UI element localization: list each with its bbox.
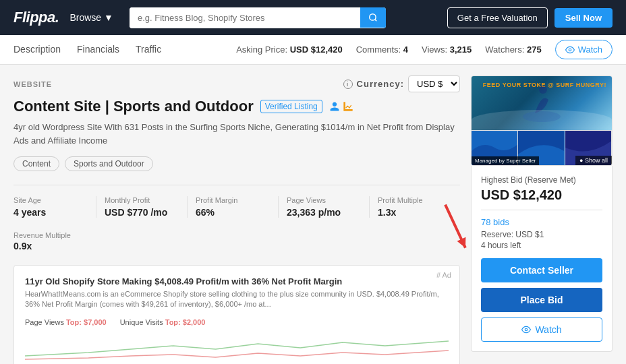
thumbnail-row: Managed by Super Seller ● Show all <box>472 130 612 165</box>
subnav: Description Financials Traffic Asking Pr… <box>0 35 626 65</box>
svg-point-0 <box>370 14 376 20</box>
watchers-count: Watchers: 275 <box>485 44 541 55</box>
browse-button[interactable]: Browse ▼ <box>69 12 113 23</box>
bid-panel: Highest Bid (Reserve Met) USD $12,420 78… <box>471 166 613 352</box>
tag-sports[interactable]: Sports and Outdoor <box>65 156 153 171</box>
chart-desc: HearWhatItMeans.com is an eCommerce Shop… <box>25 289 449 310</box>
listing-title: Content Site | Sports and Outdoor <box>13 98 254 115</box>
badge-icons <box>329 101 353 112</box>
reserve-text: Reserve: USD $1 <box>481 230 602 239</box>
subnav-meta: Asking Price: USD $12,420 Comments: 4 Vi… <box>236 40 613 59</box>
traffic-chart <box>25 329 449 363</box>
chart-title: 11yr Old Shopify Store Making $4,008.49 … <box>25 276 449 286</box>
subnav-links: Description Financials Traffic <box>13 36 161 64</box>
svg-point-4 <box>539 86 547 94</box>
listing-images: FEED YOUR STOKE @ SURF HUNGRY! <box>471 75 613 166</box>
search-button[interactable] <box>360 7 386 28</box>
stat-monthly-profit: Monthly Profit USD $770 /mo <box>96 196 188 218</box>
tag-list: Content Sports and Outdoor <box>13 156 460 171</box>
watch-button[interactable]: Watch <box>555 40 613 59</box>
verified-badge: Verified Listing <box>260 100 322 113</box>
svg-point-2 <box>569 49 571 51</box>
main-listing-image[interactable]: FEED YOUR STOKE @ SURF HUNGRY! <box>472 76 612 130</box>
listing-title-row: Content Site | Sports and Outdoor Verifi… <box>13 98 460 115</box>
eye-icon <box>565 45 575 55</box>
left-panel: WEBSITE i Currency: USD $ Content Site |… <box>13 75 460 364</box>
sell-button[interactable]: Sell Now <box>554 8 613 28</box>
stat-site-age: Site Age 4 years <box>13 196 96 218</box>
time-left: 4 hours left <box>481 241 602 250</box>
valuation-button[interactable]: Get a Free Valuation <box>447 7 548 28</box>
right-panel: FEED YOUR STOKE @ SURF HUNGRY! <box>471 75 613 364</box>
eye-icon-small <box>521 325 531 334</box>
show-all-button[interactable]: ● Show all <box>575 156 612 165</box>
tab-description[interactable]: Description <box>13 36 61 64</box>
chart-area: # Ad 11yr Old Shopify Store Making $4,00… <box>13 265 460 364</box>
bid-amount: USD $12,420 <box>481 187 602 203</box>
asking-price: Asking Price: USD $12,420 <box>236 44 343 55</box>
traffic-label-1: Page Views Top: $7,000 <box>25 318 107 326</box>
stat-page-views: Page Views 23,363 p/mo <box>279 196 370 218</box>
place-bid-button[interactable]: Place Bid <box>481 288 602 312</box>
section-header: WEBSITE i Currency: USD $ <box>13 75 460 92</box>
listing-description: 4yr old Wordpress Site With 631 Posts in… <box>13 121 460 147</box>
stat-profit-margin: Profit Margin 66% <box>188 196 279 218</box>
revenue-multiple: Revenue Multiple 0.9x <box>13 231 460 251</box>
stats-row: Site Age 4 years Monthly Profit USD $770… <box>13 185 460 218</box>
views-count: Views: 3,215 <box>422 44 472 55</box>
chart-icon <box>343 101 353 112</box>
currency-selector: i Currency: USD $ <box>343 75 460 92</box>
wave-shape <box>472 110 612 130</box>
user-icon <box>329 101 340 112</box>
chart-legend: Page Views Top: $7,000 Unique Visits Top… <box>25 318 449 326</box>
currency-select[interactable]: USD $ <box>408 75 460 92</box>
bid-label: Highest Bid (Reserve Met) <box>481 175 602 185</box>
watch-listing-button[interactable]: Watch <box>481 317 602 342</box>
contact-seller-button[interactable]: Contact Seller <box>481 258 602 282</box>
search-icon <box>368 13 378 22</box>
comments-count: Comments: 4 <box>356 44 408 55</box>
logo: Flippa. <box>13 9 59 26</box>
traffic-label-2: Unique Visits Top: $2,000 <box>120 318 206 326</box>
currency-info-icon[interactable]: i <box>343 80 353 89</box>
search-input[interactable] <box>130 7 360 28</box>
tab-traffic[interactable]: Traffic <box>136 36 161 64</box>
tab-financials[interactable]: Financials <box>77 36 119 64</box>
stat-profit-multiple: Profit Multiple 1.3x <box>370 196 460 218</box>
super-seller-badge: Managed by Super Seller <box>472 156 539 165</box>
nav-right: Get a Free Valuation Sell Now <box>447 7 613 28</box>
ad-label: # Ad <box>436 271 451 279</box>
svg-point-8 <box>525 328 528 331</box>
svg-line-1 <box>375 20 377 22</box>
navbar: Flippa. Browse ▼ Get a Free Valuation Se… <box>0 0 626 35</box>
tag-content[interactable]: Content <box>13 156 59 171</box>
bids-count[interactable]: 78 bids <box>481 217 602 227</box>
main-content: WEBSITE i Currency: USD $ Content Site |… <box>0 65 626 364</box>
divider <box>481 210 602 210</box>
search-bar <box>130 7 386 28</box>
